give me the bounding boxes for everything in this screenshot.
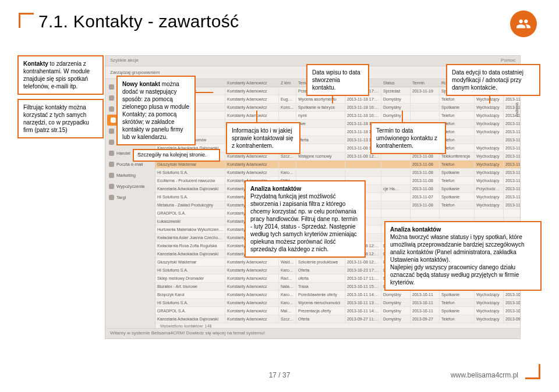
- table-cell: Wychodzący: [475, 315, 504, 323]
- help-link[interactable]: Pomoc: [501, 58, 515, 63]
- sidebar-item-icon: [109, 106, 114, 112]
- table-cell: 2013-10-11: [411, 299, 440, 307]
- annotation-analysis-statuses: Analiza kontaktów Można tworzyć własne s…: [384, 221, 542, 291]
- sidebar-item-label: Marketing: [116, 173, 136, 178]
- sidebar-item-icon: [109, 184, 114, 189]
- sidebar-item[interactable]: Marketing: [105, 170, 155, 181]
- table-cell: Konstanty Adamowicz: [225, 315, 279, 323]
- annotation-contacts-module: Kontakty to zdarzenia z kontrahentami. W…: [17, 55, 104, 95]
- table-cell: Telefon: [440, 161, 475, 168]
- table-row[interactable]: Konstanty Adamowicz2013-11-18 16:55…Prze…: [155, 128, 520, 136]
- sidebar-item[interactable]: Wypożyczenia: [105, 181, 155, 192]
- table-cell: Eugenia…: [279, 95, 296, 103]
- table-cell: Biuratex - Art. biurowe: [155, 283, 225, 290]
- table-cell: Ecofarma - Producent nawozów: [155, 177, 225, 184]
- table-cell: Wychodzący: [475, 201, 504, 209]
- table-cell: Domyślny: [381, 291, 411, 298]
- table-row[interactable]: Kancelaria Adwokacka DąbrowskiKonstanty …: [155, 315, 520, 323]
- sidebar-item-label: Handel: [116, 151, 130, 156]
- table-cell: Konstanty Adamowicz: [225, 161, 279, 168]
- table-cell: 2013-09-27 11:17…: [345, 315, 381, 323]
- table-cell: Telefon: [440, 95, 475, 103]
- table-cell: 2013-11-15 11:45:59: [504, 193, 520, 201]
- table-cell: Spotkanie w fabryce: [296, 104, 345, 111]
- table-row[interactable]: HI Solutions S.A.Konstanty AdamowiczKaro…: [155, 169, 520, 177]
- table-cell: 2013-11-08: [411, 161, 440, 168]
- table-cell: 2013-11-19: [411, 87, 440, 95]
- table-cell: [279, 87, 296, 95]
- table-row[interactable]: Głuszyński WaldemarKonstanty Adamowicz20…: [155, 161, 520, 169]
- table-cell: Spotkanie: [440, 169, 475, 176]
- tasks-side-tab[interactable]: Zadania: [515, 102, 519, 117]
- table-cell: Natalia Bogacka: [279, 283, 296, 290]
- table-cell: HI Solutions S.A.: [155, 266, 225, 274]
- column-header[interactable]: Status: [381, 79, 411, 87]
- table-cell: 2013-10-11 15:00…: [345, 283, 381, 290]
- table-cell: Wycena asortymentu: [296, 95, 345, 103]
- table-cell: Konstanty Adamowicz: [225, 307, 279, 315]
- table-row[interactable]: Cyfrodruk Sp. z o.o.Konstanty Adamowiczn…: [155, 112, 520, 120]
- corner-decoration-nw: [19, 13, 34, 28]
- table-cell: [381, 177, 411, 184]
- sidebar-item-icon: [109, 129, 114, 134]
- table-cell: Wychodzący: [475, 299, 504, 307]
- table-cell: Domyślny: [381, 112, 411, 119]
- table-cell: Brzęczyk Karol: [155, 291, 225, 298]
- annotation-add-contact: Nowy kontakt można dodać w następujący s…: [116, 76, 196, 145]
- table-cell: Wychodzący: [475, 169, 504, 176]
- table-cell: Wychodzący: [475, 307, 504, 315]
- table-row[interactable]: GRADPOL S.A.Konstanty AdamowiczMalwina K…: [155, 307, 520, 315]
- table-cell: Kancelaria Adwokacka Dąbrowski: [155, 315, 225, 323]
- table-cell: Waldemar Głuszy…: [279, 258, 296, 266]
- page-number: 17 / 37: [269, 371, 291, 379]
- sidebar-item-label: Poczta e-mail: [116, 162, 143, 167]
- annotation-date-edit: Data edycji to data ostatniej modyfikacj…: [446, 64, 540, 96]
- table-cell: HI Solutions S.A.: [155, 299, 225, 307]
- table-cell: [440, 209, 475, 217]
- table-cell: Kancelaria Adwokacka Dąbrowski: [155, 185, 225, 193]
- table-cell: Wycena nieruchomości: [296, 299, 345, 307]
- table-cell: Wychodzący: [475, 193, 504, 201]
- table-cell: Konstanty Ad…: [279, 104, 296, 111]
- table-cell: [279, 112, 296, 119]
- table-cell: 2013-11-08 12:24…: [345, 258, 381, 266]
- table-cell: 2013-11-08 12:02:37: [504, 201, 520, 209]
- table-row[interactable]: Zakład ObróbkiKonstanty AdamowiczKonstan…: [155, 104, 520, 112]
- table-cell: Przychodzący: [475, 185, 504, 193]
- table-cell: [381, 161, 411, 168]
- table-cell: [381, 169, 411, 176]
- table-cell: Szkolenie produktowe: [296, 258, 345, 266]
- table-cell: Szczepan Dąbr…: [279, 315, 296, 323]
- sidebar-item[interactable]: Targi: [105, 192, 155, 203]
- table-cell: Wychodzący: [475, 112, 504, 119]
- column-header[interactable]: Konstanty Adamowicz: [225, 79, 279, 87]
- table-row[interactable]: Biuratex - Art.Konstanty AdamowiczKonsta…: [155, 120, 520, 128]
- table-cell: Domyślny: [381, 95, 411, 103]
- sidebar-item-label: Targi: [116, 195, 126, 200]
- table-cell: Wychodzący: [475, 152, 504, 160]
- table-cell: Konstanty Adamowicz: [225, 169, 279, 176]
- table-cell: Wychodzący: [475, 177, 504, 184]
- column-header[interactable]: Termin: [411, 79, 440, 87]
- table-cell: Domyślny: [381, 299, 411, 307]
- table-cell: owe: [296, 120, 345, 127]
- table-row[interactable]: Granitex SJ - Skup złomówKonstanty Adamo…: [155, 136, 520, 144]
- table-cell: Wychodzący: [475, 104, 504, 111]
- table-cell: Domyślny: [381, 315, 411, 323]
- table-row[interactable]: HI Solutions S.A.Konstanty AdamowiczKaro…: [155, 299, 520, 307]
- table-cell: [296, 128, 345, 136]
- table-cell: [296, 144, 345, 152]
- table-row[interactable]: HI Solutions S.A.Konstanty AdamowiczEuge…: [155, 95, 520, 104]
- table-cell: Malwina Kowalska: [279, 307, 296, 315]
- table-cell: Karol Wierzejski: [279, 299, 296, 307]
- table-cell: Sklep meblowy Dromader: [155, 275, 225, 282]
- filter-group-label[interactable]: Zarządzaj grupowaniem: [110, 70, 160, 75]
- table-cell: Wychodzący: [475, 128, 504, 136]
- table-row[interactable]: Brzęczyk KarolKonstanty AdamowiczKarol B…: [155, 291, 520, 299]
- table-cell: Przedstawienie oferty: [296, 291, 345, 298]
- annotation-details-next: Szczegóły na kolejnej stronie.: [133, 149, 220, 162]
- table-cell: 2013-11-08 12:23:11: [504, 161, 520, 168]
- table-cell: Kancelaria Adwokacka Dąbrowski: [155, 250, 225, 258]
- annotation-filtering: Filtrując kontakty można korzystać z tyc…: [17, 99, 104, 138]
- column-header[interactable]: Z kim: [279, 79, 296, 87]
